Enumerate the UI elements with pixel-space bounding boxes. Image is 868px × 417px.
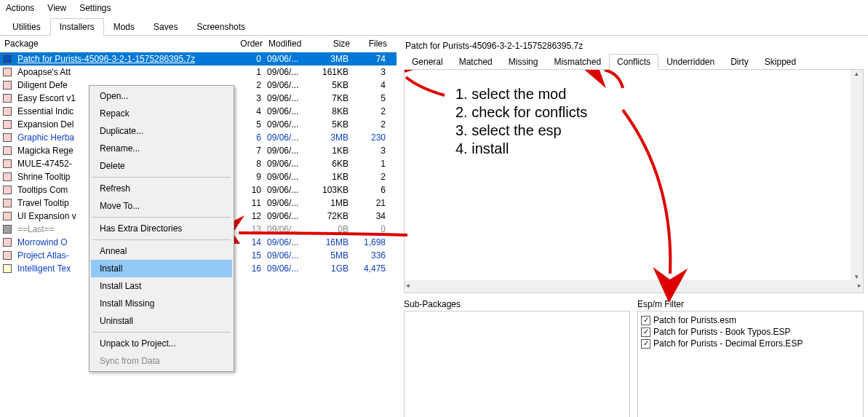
checkbox-icon[interactable]: ✓ bbox=[641, 316, 650, 325]
status-badge bbox=[3, 159, 12, 168]
status-badge bbox=[3, 133, 12, 142]
package-size: 1MB bbox=[311, 198, 351, 208]
espm-item[interactable]: ✓Patch for Purists - Book Typos.ESP bbox=[641, 326, 860, 338]
package-files: 4,475 bbox=[351, 263, 391, 274]
package-order: 8 bbox=[235, 159, 264, 169]
detail-tab-matched[interactable]: Matched bbox=[451, 54, 501, 70]
package-size: 72KB bbox=[311, 211, 351, 221]
detail-tab-dirty[interactable]: Dirty bbox=[722, 54, 757, 70]
col-files[interactable]: Files bbox=[353, 37, 393, 50]
menu-separator bbox=[92, 177, 231, 178]
menu-actions[interactable]: Actions bbox=[6, 3, 34, 13]
package-order: 11 bbox=[235, 198, 264, 208]
package-files: 0 bbox=[351, 224, 391, 234]
espm-label: Patch for Purists - Decimal Errors.ESP bbox=[653, 338, 803, 349]
menu-item-open[interactable]: Open... bbox=[91, 87, 232, 105]
package-modified: 09/06/... bbox=[264, 211, 311, 221]
package-order: 14 bbox=[235, 237, 264, 247]
menu-item-rename[interactable]: Rename... bbox=[91, 140, 232, 157]
detail-tab-mismatched[interactable]: Mismatched bbox=[546, 54, 609, 70]
package-order: 9 bbox=[235, 172, 264, 182]
espm-label: Patch for Purists - Book Typos.ESP bbox=[653, 327, 791, 337]
package-modified: 09/06/... bbox=[264, 67, 311, 77]
detail-tab-underridden[interactable]: Underridden bbox=[658, 54, 722, 70]
package-modified: 09/06/... bbox=[264, 185, 311, 195]
package-order: 3 bbox=[235, 93, 264, 103]
package-title: Patch for Purists-45096-3-2-1-1575286395… bbox=[404, 39, 864, 53]
table-row[interactable]: Patch for Purists-45096-3-2-1-1575286395… bbox=[0, 52, 397, 65]
context-menu: Open...RepackDuplicate...Rename...Delete… bbox=[89, 85, 234, 372]
status-badge bbox=[3, 94, 12, 103]
tab-saves[interactable]: Saves bbox=[144, 18, 187, 36]
checkbox-icon[interactable]: ✓ bbox=[641, 327, 650, 337]
tab-utilities[interactable]: Utilities bbox=[3, 18, 50, 36]
package-size: 16MB bbox=[311, 237, 351, 247]
menu-view[interactable]: View bbox=[47, 3, 66, 13]
espm-filter-title: Esp/m Filter bbox=[637, 298, 864, 311]
package-size: 8KB bbox=[311, 106, 351, 116]
package-size: 0B bbox=[311, 224, 351, 234]
annotation-text: 3. select the esp bbox=[455, 122, 587, 139]
package-modified: 09/06/... bbox=[264, 93, 311, 103]
package-modified: 09/06/... bbox=[264, 263, 311, 274]
menu-item-anneal[interactable]: Anneal bbox=[91, 242, 232, 260]
scrollbar-horizontal[interactable] bbox=[405, 280, 863, 293]
menu-item-uninstall[interactable]: Uninstall bbox=[91, 312, 232, 330]
col-size[interactable]: Size bbox=[313, 37, 353, 50]
espm-label: Patch for Purists.esm bbox=[653, 315, 736, 325]
menu-item-install-missing[interactable]: Install Missing bbox=[91, 295, 232, 312]
package-name: Apoapse's Att bbox=[15, 67, 235, 77]
menu-item-delete[interactable]: Delete bbox=[91, 157, 232, 175]
menu-item-refresh[interactable]: Refresh bbox=[91, 180, 232, 197]
menu-item-repack[interactable]: Repack bbox=[91, 105, 232, 122]
package-order: 4 bbox=[235, 106, 264, 116]
package-files: 4 bbox=[351, 80, 391, 90]
espm-filter-box: ✓Patch for Purists.esm✓Patch for Purists… bbox=[637, 311, 864, 417]
package-order: 16 bbox=[235, 263, 264, 274]
menu-separator bbox=[92, 217, 231, 218]
tab-installers[interactable]: Installers bbox=[50, 18, 104, 36]
tab-mods[interactable]: Mods bbox=[104, 18, 144, 36]
menu-separator bbox=[92, 332, 231, 333]
menu-item-unpack-to-project[interactable]: Unpack to Project... bbox=[91, 335, 232, 352]
package-modified: 09/06/... bbox=[264, 132, 311, 143]
package-size: 6KB bbox=[311, 159, 351, 169]
menu-item-install-last[interactable]: Install Last bbox=[91, 277, 232, 295]
col-modified[interactable]: Modified bbox=[266, 37, 313, 50]
col-order[interactable]: Order bbox=[236, 37, 266, 50]
package-size: 1GB bbox=[311, 263, 351, 274]
details-pane: Patch for Purists-45096-3-2-1-1575286395… bbox=[397, 36, 868, 417]
package-modified: 09/06/... bbox=[264, 106, 311, 116]
package-files: 2 bbox=[351, 119, 391, 130]
package-files: 34 bbox=[351, 211, 391, 221]
espm-item[interactable]: ✓Patch for Purists.esm bbox=[641, 314, 860, 326]
package-size: 1KB bbox=[311, 146, 351, 156]
tab-screenshots[interactable]: Screenshots bbox=[187, 18, 255, 36]
detail-tab-missing[interactable]: Missing bbox=[501, 54, 546, 70]
status-badge bbox=[3, 225, 12, 234]
package-name: Patch for Purists-45096-3-2-1-1575286395… bbox=[15, 54, 235, 64]
annotation-instructions: 1. select the mod2. check for conflicts3… bbox=[455, 84, 587, 159]
sub-packages-box[interactable] bbox=[404, 311, 630, 417]
status-badge bbox=[3, 120, 12, 129]
menu-item-duplicate[interactable]: Duplicate... bbox=[91, 122, 232, 140]
detail-tab-general[interactable]: General bbox=[404, 54, 451, 70]
espm-item[interactable]: ✓Patch for Purists - Decimal Errors.ESP bbox=[641, 338, 860, 349]
sub-packages-title: Sub-Packages bbox=[404, 298, 630, 311]
scrollbar-vertical[interactable] bbox=[851, 70, 863, 280]
detail-tab-skipped[interactable]: Skipped bbox=[757, 54, 804, 70]
package-files: 336 bbox=[351, 250, 391, 261]
package-files: 2 bbox=[351, 172, 391, 182]
detail-tabs: GeneralMatchedMissingMismatchedConflicts… bbox=[404, 53, 864, 70]
menubar: ActionsViewSettings bbox=[0, 0, 868, 16]
detail-tab-conflicts[interactable]: Conflicts bbox=[609, 54, 658, 70]
menu-item-move-to[interactable]: Move To... bbox=[91, 197, 232, 215]
table-row[interactable]: Apoapse's Att109/06/...161KB3 bbox=[0, 65, 397, 79]
col-package[interactable]: Package bbox=[0, 37, 236, 50]
menu-item-install[interactable]: Install bbox=[91, 260, 232, 277]
menu-item-has-extra-directories[interactable]: Has Extra Directories bbox=[91, 220, 232, 237]
package-modified: 09/06/... bbox=[264, 250, 311, 261]
checkbox-icon[interactable]: ✓ bbox=[641, 339, 650, 349]
menu-settings[interactable]: Settings bbox=[79, 3, 111, 13]
package-order: 12 bbox=[235, 211, 264, 221]
